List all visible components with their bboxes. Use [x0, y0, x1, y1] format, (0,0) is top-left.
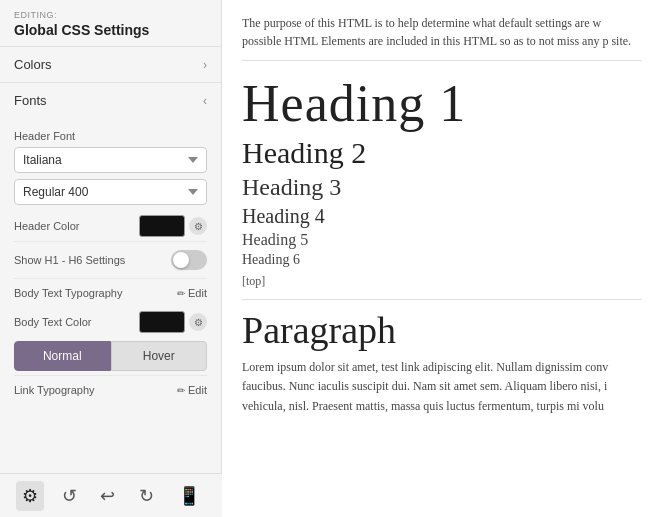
link-typography-row: Link Typography Edit — [14, 375, 207, 404]
preview-heading-5: Heading 5 — [242, 231, 642, 249]
preview-heading-4: Heading 4 — [242, 205, 642, 228]
body-text-typography-edit-button[interactable]: Edit — [177, 287, 207, 299]
preview-heading-3: Heading 3 — [242, 174, 642, 201]
body-text-color-row: Body Text Color ⚙ — [14, 311, 207, 333]
panel-title: Global CSS Settings — [0, 20, 221, 46]
show-h1-h6-row: Show H1 - H6 Settings — [14, 241, 207, 278]
fonts-chevron-icon: ‹ — [203, 94, 207, 108]
header-color-row: Header Color ⚙ — [14, 215, 207, 237]
body-text-typography-row: Body Text Typography Edit — [14, 278, 207, 307]
body-text-color-label: Body Text Color — [14, 316, 91, 328]
fonts-section-header[interactable]: Fonts ‹ — [0, 82, 221, 118]
header-color-label: Header Color — [14, 220, 79, 232]
header-color-picker-icon[interactable]: ⚙ — [189, 217, 207, 235]
header-font-label: Header Font — [14, 130, 207, 142]
preview-heading-2: Heading 2 — [242, 136, 642, 170]
body-text-color-controls: ⚙ — [139, 311, 207, 333]
header-color-swatch[interactable] — [139, 215, 185, 237]
fonts-label: Fonts — [14, 93, 47, 108]
undo-toolbar-icon[interactable]: ↩ — [94, 481, 121, 511]
link-typography-label: Link Typography — [14, 384, 95, 396]
preview-paragraph-text: Lorem ipsum dolor sit amet, test link ad… — [242, 358, 642, 416]
fonts-section-content: Header Font Italiana Regular 400 Header … — [0, 118, 221, 414]
preview-heading-6: Heading 6 — [242, 252, 642, 268]
preview-heading-1: Heading 1 — [242, 75, 642, 132]
header-color-controls: ⚙ — [139, 215, 207, 237]
preview-paragraph-heading: Paragraph — [242, 308, 642, 352]
link-tab-row: Normal Hover — [14, 341, 207, 371]
font-family-dropdown[interactable]: Italiana — [14, 147, 207, 173]
colors-chevron-icon: › — [203, 58, 207, 72]
body-text-typography-label: Body Text Typography — [14, 287, 122, 299]
normal-tab-button[interactable]: Normal — [14, 341, 111, 371]
preview-top-link[interactable]: [top] — [242, 274, 642, 300]
mobile-toolbar-icon[interactable]: 📱 — [172, 481, 206, 511]
show-h1-h6-toggle[interactable] — [171, 250, 207, 270]
body-text-color-picker-icon[interactable]: ⚙ — [189, 313, 207, 331]
settings-toolbar-icon[interactable]: ⚙ — [16, 481, 44, 511]
bottom-toolbar: ⚙ ↺ ↩ ↻ 📱 — [0, 473, 222, 517]
redo-toolbar-icon[interactable]: ↻ — [133, 481, 160, 511]
hover-tab-button[interactable]: Hover — [111, 341, 208, 371]
colors-label: Colors — [14, 57, 52, 72]
history-toolbar-icon[interactable]: ↺ — [56, 481, 83, 511]
editing-label: EDITING: Global CSS Settings — [0, 0, 221, 46]
show-h1-h6-label: Show H1 - H6 Settings — [14, 254, 125, 266]
preview-intro-text: The purpose of this HTML is to help dete… — [242, 14, 642, 61]
colors-section-header[interactable]: Colors › — [0, 46, 221, 82]
body-text-color-swatch[interactable] — [139, 311, 185, 333]
preview-panel: The purpose of this HTML is to help dete… — [222, 0, 662, 517]
font-weight-dropdown[interactable]: Regular 400 — [14, 179, 207, 205]
link-typography-edit-button[interactable]: Edit — [177, 384, 207, 396]
